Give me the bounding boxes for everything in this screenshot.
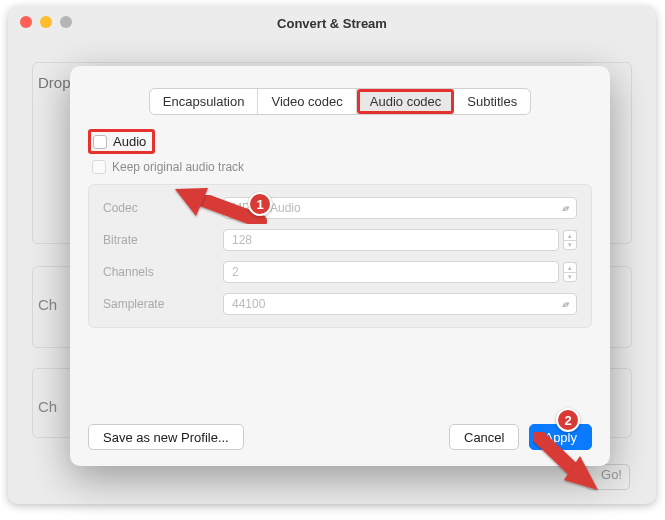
- annotation-badge-2: 2: [556, 408, 580, 432]
- bitrate-label: Bitrate: [103, 233, 223, 247]
- keep-original-checkbox[interactable]: [92, 160, 106, 174]
- samplerate-value: 44100: [232, 297, 265, 311]
- codec-row: Codec MPEG Audio ▴▾: [103, 197, 577, 219]
- samplerate-select[interactable]: 44100 ▴▾: [223, 293, 577, 315]
- audio-checkbox-highlight: Audio: [88, 129, 155, 154]
- tabs: Encapsulation Video codec Audio codec Su…: [70, 88, 610, 115]
- audio-checkbox-label: Audio: [113, 134, 146, 149]
- profile-sheet: Encapsulation Video codec Audio codec Su…: [70, 66, 610, 466]
- annotation-badge-1: 1: [248, 192, 272, 216]
- samplerate-row: Samplerate 44100 ▴▾: [103, 293, 577, 315]
- sheet-footer: Save as new Profile... Cancel Apply: [70, 424, 610, 450]
- traffic-lights: [20, 16, 72, 28]
- keep-original-row: Keep original audio track: [92, 160, 610, 174]
- cancel-button[interactable]: Cancel: [449, 424, 519, 450]
- bitrate-value[interactable]: 128: [223, 229, 559, 251]
- go-button-label: Go!: [601, 467, 622, 482]
- audio-checkbox-row: Audio: [88, 129, 610, 154]
- keep-original-label: Keep original audio track: [112, 160, 244, 174]
- channels-value[interactable]: 2: [223, 261, 559, 283]
- tab-subtitles[interactable]: Subtitles: [454, 89, 530, 114]
- bitrate-stepper[interactable]: 128 ▴▾: [223, 229, 577, 251]
- codec-select[interactable]: MPEG Audio ▴▾: [223, 197, 577, 219]
- channels-spin[interactable]: ▴▾: [563, 262, 577, 282]
- tab-encapsulation[interactable]: Encapsulation: [150, 89, 259, 114]
- audio-checkbox[interactable]: [93, 135, 107, 149]
- bitrate-spin[interactable]: ▴▾: [563, 230, 577, 250]
- chevron-down-icon[interactable]: ▾: [563, 272, 577, 282]
- save-profile-button[interactable]: Save as new Profile...: [88, 424, 244, 450]
- codec-label: Codec: [103, 201, 223, 215]
- channels-label: Channels: [103, 265, 223, 279]
- zoom-icon: [60, 16, 72, 28]
- tab-video-codec[interactable]: Video codec: [258, 89, 356, 114]
- minimize-icon[interactable]: [40, 16, 52, 28]
- chevron-up-icon[interactable]: ▴: [563, 262, 577, 272]
- bitrate-row: Bitrate 128 ▴▾: [103, 229, 577, 251]
- window-title: Convert & Stream: [277, 16, 387, 31]
- samplerate-label: Samplerate: [103, 297, 223, 311]
- audio-settings-panel: Codec MPEG Audio ▴▾ Bitrate 128 ▴▾ Chann…: [88, 184, 592, 328]
- chevron-down-icon[interactable]: ▾: [563, 240, 577, 250]
- chevron-updown-icon: ▴▾: [562, 299, 568, 309]
- tab-audio-codec[interactable]: Audio codec: [357, 89, 455, 114]
- bg-label-2: Ch: [38, 398, 57, 415]
- channels-row: Channels 2 ▴▾: [103, 261, 577, 283]
- main-window: Convert & Stream Drop media here Ch Ch G…: [8, 6, 656, 504]
- titlebar: Convert & Stream: [8, 6, 656, 40]
- close-icon[interactable]: [20, 16, 32, 28]
- chevron-up-icon[interactable]: ▴: [563, 230, 577, 240]
- chevron-updown-icon: ▴▾: [562, 203, 568, 213]
- bg-label-1: Ch: [38, 296, 57, 313]
- tab-group: Encapsulation Video codec Audio codec Su…: [149, 88, 531, 115]
- channels-stepper[interactable]: 2 ▴▾: [223, 261, 577, 283]
